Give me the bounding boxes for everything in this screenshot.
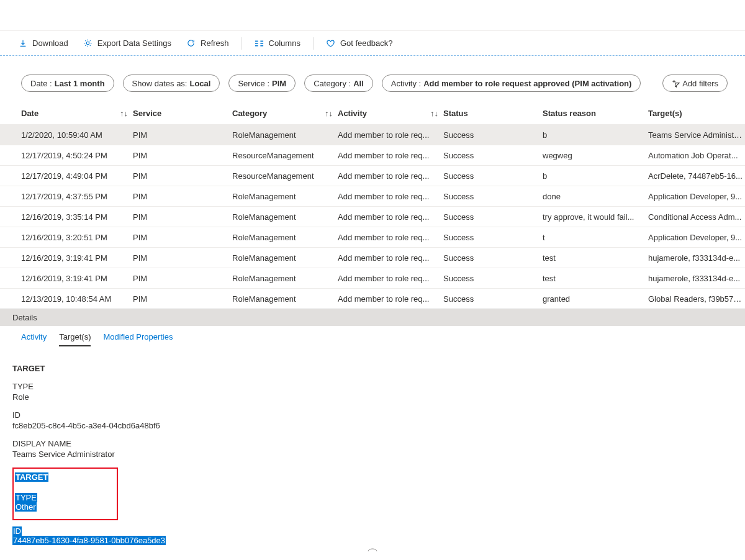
gear-icon — [83, 38, 93, 48]
col-targets[interactable]: Target(s) — [648, 109, 745, 118]
type-value-2: Other — [15, 502, 37, 512]
annotation-box: TARGET TYPE Other — [12, 467, 118, 520]
table-row[interactable]: 12/16/2019, 3:19:41 PMPIMRoleManagementA… — [0, 268, 745, 288]
cell-activity: Add member to role req... — [338, 212, 443, 222]
refresh-button[interactable]: Refresh — [180, 34, 235, 53]
filter-value: Add member to role request approved (PIM… — [423, 79, 631, 88]
col-service[interactable]: Service — [133, 109, 232, 118]
col-date[interactable]: Date ↑↓ — [21, 109, 133, 118]
details-body: TARGET TYPE Role ID fc8eb205-c8c4-4b5c-a… — [0, 346, 745, 551]
cell-activity: Add member to role req... — [338, 192, 443, 201]
table-row[interactable]: 12/16/2019, 3:19:41 PMPIMRoleManagementA… — [0, 247, 745, 268]
cell-activity: Add member to role req... — [338, 253, 443, 263]
export-data-settings-button[interactable]: Export Data Settings — [77, 34, 178, 53]
columns-button[interactable]: Columns — [248, 34, 307, 53]
cell-reason: done — [543, 192, 648, 201]
sort-icon: ↑↓ — [325, 109, 333, 118]
cell-activity: Add member to role req... — [338, 171, 443, 181]
cell-reason: b — [543, 171, 648, 181]
table-row[interactable]: 12/17/2019, 4:50:24 PMPIMResourceManagem… — [0, 145, 745, 165]
feedback-label: Got feedback? — [340, 38, 393, 48]
col-activity[interactable]: Activity ↑↓ — [338, 109, 443, 118]
table-row[interactable]: 12/13/2019, 10:48:54 AMPIMRoleManagement… — [0, 288, 745, 309]
table-row[interactable]: 1/2/2020, 10:59:40 AMPIMRoleManagementAd… — [0, 124, 745, 145]
table-header: Date ↑↓ Service Category ↑↓ Activity ↑↓ … — [0, 102, 745, 124]
blank-header — [0, 0, 745, 31]
table-row[interactable]: 12/16/2019, 3:35:14 PMPIMRoleManagementA… — [0, 206, 745, 227]
cell-activity: Add member to role req... — [338, 233, 443, 242]
cell-status: Success — [443, 212, 543, 222]
cell-reason: b — [543, 130, 648, 140]
filter-key: Activity : — [391, 79, 421, 88]
filter-pill-activity[interactable]: Activity : Add member to role request ap… — [382, 75, 641, 92]
cell-category: RoleManagement — [232, 274, 338, 283]
cell-status: Success — [443, 130, 543, 140]
cell-targets: Teams Service Administr... — [648, 130, 745, 140]
col-status-reason[interactable]: Status reason — [543, 109, 648, 118]
svg-point-1 — [368, 549, 377, 551]
cell-targets: Conditional Access Adm... — [648, 212, 745, 222]
cell-activity: Add member to role req... — [338, 294, 443, 304]
cell-status: Success — [443, 192, 543, 201]
type-label-2: TYPE — [15, 493, 37, 502]
cell-date: 12/17/2019, 4:49:04 PM — [21, 171, 133, 181]
col-label: Target(s) — [648, 109, 682, 118]
cell-category: ResourceManagement — [232, 171, 338, 181]
cell-status: Success — [443, 274, 543, 283]
type-value: Role — [12, 392, 733, 402]
splitter-handle[interactable] — [368, 547, 377, 551]
cell-category: RoleManagement — [232, 294, 338, 304]
filter-pill-showdates[interactable]: Show dates as: Local — [123, 75, 220, 92]
type-label: TYPE — [12, 382, 733, 391]
id-value: fc8eb205-c8c4-4b5c-a3e4-04cbd6a48bf6 — [12, 421, 733, 430]
col-label: Date — [21, 109, 38, 118]
cell-status: Success — [443, 253, 543, 263]
cell-reason: granted — [543, 294, 648, 304]
col-label: Status reason — [543, 109, 596, 118]
cell-activity: Add member to role req... — [338, 151, 443, 160]
command-bar: Download Export Data Settings Refresh Co… — [0, 31, 745, 56]
target-section-label-2: TARGET — [15, 472, 48, 482]
cell-service: PIM — [133, 212, 232, 222]
col-label: Activity — [338, 109, 367, 118]
columns-icon — [255, 40, 264, 47]
tab-modified-properties[interactable]: Modified Properties — [103, 330, 173, 346]
columns-label: Columns — [269, 38, 300, 48]
cell-category: RoleManagement — [232, 253, 338, 263]
cell-targets: hujamerole, f333134d-e... — [648, 253, 745, 263]
heart-icon — [326, 39, 335, 48]
download-button[interactable]: Download — [12, 34, 74, 53]
table-row[interactable]: 12/16/2019, 3:20:51 PMPIMRoleManagementA… — [0, 227, 745, 247]
cell-status: Success — [443, 233, 543, 242]
audit-log-table: Date ↑↓ Service Category ↑↓ Activity ↑↓ … — [0, 102, 745, 309]
col-category[interactable]: Category ↑↓ — [232, 109, 338, 118]
filter-value: PIM — [272, 79, 286, 88]
display-name-value: Teams Service Administrator — [12, 449, 733, 459]
col-status[interactable]: Status — [443, 109, 543, 118]
cell-category: RoleManagement — [232, 130, 338, 140]
target-section-label: TARGET — [12, 364, 733, 373]
refresh-icon — [186, 38, 196, 48]
cell-service: PIM — [133, 253, 232, 263]
tab-targets[interactable]: Target(s) — [59, 330, 91, 346]
cell-targets: Application Developer, 9... — [648, 233, 745, 242]
filter-value: All — [353, 79, 364, 88]
col-label: Service — [133, 109, 161, 118]
table-row[interactable]: 12/17/2019, 4:37:55 PMPIMRoleManagementA… — [0, 186, 745, 206]
cell-activity: Add member to role req... — [338, 130, 443, 140]
add-filters-button[interactable]: Add filters — [662, 75, 728, 92]
table-row[interactable]: 12/17/2019, 4:49:04 PMPIMResourceManagem… — [0, 165, 745, 186]
filter-bar: Date : Last 1 month Show dates as: Local… — [0, 56, 745, 102]
id-value-2: 74487eb5-1630-4fa8-9581-0bb076ea5de3 — [12, 536, 166, 545]
sort-icon: ↑↓ — [120, 109, 128, 118]
filter-pill-service[interactable]: Service : PIM — [228, 75, 296, 92]
details-tabs: Activity Target(s) Modified Properties — [0, 326, 745, 346]
display-name-label: DISPLAY NAME — [12, 439, 733, 448]
refresh-label: Refresh — [201, 38, 229, 48]
tab-activity[interactable]: Activity — [21, 330, 47, 346]
filter-key: Service : — [238, 79, 269, 88]
filter-pill-date[interactable]: Date : Last 1 month — [21, 75, 114, 92]
feedback-button[interactable]: Got feedback? — [320, 34, 399, 53]
cell-service: PIM — [133, 130, 232, 140]
filter-pill-category[interactable]: Category : All — [304, 75, 373, 92]
